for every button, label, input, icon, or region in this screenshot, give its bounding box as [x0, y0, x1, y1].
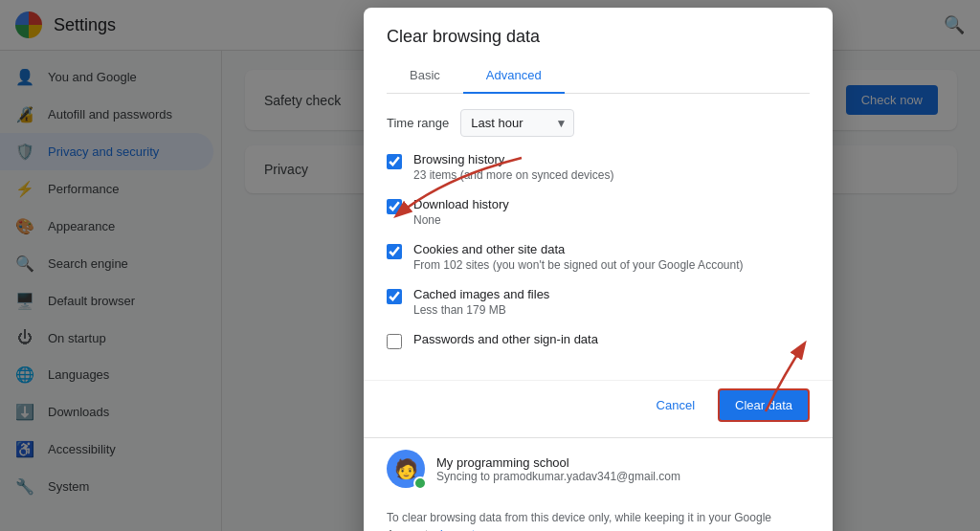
download-history-checkbox[interactable] — [387, 199, 402, 214]
browsing-history-sublabel: 23 items (and more on synced devices) — [413, 168, 613, 182]
dialog-tabs: Basic Advanced — [387, 58, 810, 94]
clear-browsing-data-dialog: Clear browsing data Basic Advanced Time … — [364, 8, 833, 531]
checkbox-cookies: Cookies and other site data From 102 sit… — [387, 242, 810, 272]
checkbox-passwords: Passwords and other sign-in data — [387, 332, 810, 349]
cached-label: Cached images and files — [413, 287, 549, 301]
cookies-checkbox[interactable] — [387, 244, 402, 259]
tab-basic[interactable]: Basic — [387, 58, 463, 94]
time-range-row: Time range Last hour Last 24 hours Last … — [387, 109, 810, 137]
time-range-select[interactable]: Last hour Last 24 hours Last 7 days Last… — [460, 109, 574, 137]
footer-note: To clear browsing data from this device … — [364, 499, 833, 531]
cached-sublabel: Less than 179 MB — [413, 303, 549, 317]
cached-checkbox[interactable] — [387, 289, 402, 304]
profile-info: My programming school Syncing to pramodk… — [436, 455, 680, 483]
dialog-title: Clear browsing data — [387, 27, 810, 47]
profile-email: Syncing to pramodkumar.yadav341@gmail.co… — [436, 470, 680, 483]
dialog-header: Clear browsing data Basic Advanced — [364, 8, 833, 94]
avatar-badge — [413, 476, 427, 490]
checkbox-download-history: Download history None — [387, 197, 810, 227]
tab-advanced[interactable]: Advanced — [463, 58, 565, 94]
profile-name: My programming school — [436, 455, 680, 470]
cookies-label: Cookies and other site data — [413, 242, 743, 256]
passwords-checkbox[interactable] — [387, 334, 402, 349]
time-range-label: Time range — [387, 116, 449, 130]
clear-data-button[interactable]: Clear data — [718, 388, 810, 422]
passwords-label: Passwords and other sign-in data — [413, 332, 598, 346]
browsing-history-label: Browsing history — [413, 152, 613, 166]
avatar: 🧑 — [387, 450, 425, 488]
download-history-sublabel: None — [413, 213, 509, 227]
checkbox-browsing-history: Browsing history 23 items (and more on s… — [387, 152, 810, 182]
cancel-button[interactable]: Cancel — [641, 388, 710, 422]
profile-section: 🧑 My programming school Syncing to pramo… — [364, 437, 833, 499]
cookies-sublabel: From 102 sites (you won't be signed out … — [413, 258, 743, 272]
dialog-footer: Cancel Clear data — [364, 380, 833, 437]
download-history-label: Download history — [413, 197, 509, 211]
browsing-history-checkbox[interactable] — [387, 154, 402, 169]
time-range-select-wrapper: Last hour Last 24 hours Last 7 days Last… — [460, 109, 574, 137]
checkbox-cached: Cached images and files Less than 179 MB — [387, 287, 810, 317]
dialog-body: Time range Last hour Last 24 hours Last … — [364, 94, 833, 380]
